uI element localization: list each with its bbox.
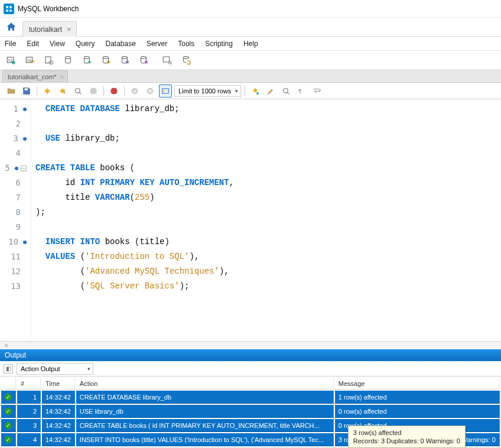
code-line[interactable]: VALUES ('Introduction to SQL'), — [35, 249, 234, 264]
connection-tab-close[interactable]: × — [67, 25, 71, 34]
menu-database[interactable]: Database — [106, 40, 136, 48]
home-button[interactable] — [2, 20, 20, 35]
titlebar: MySQL Workbench — [0, 0, 501, 18]
time-cell: 14:32:42 — [42, 433, 75, 446]
code-line[interactable]: INSERT INTO books (title) — [35, 235, 234, 249]
code-area[interactable]: CREATE DATABASE library_db; USE library_… — [31, 99, 239, 341]
app-icon — [4, 4, 14, 14]
svg-line-30 — [287, 92, 289, 94]
svg-point-24 — [132, 87, 138, 94]
find-icon[interactable] — [279, 85, 292, 98]
open-sql-icon[interactable]: SQL — [24, 54, 37, 67]
line-gutter: 12345−678910111213 — [0, 99, 31, 341]
time-cell: 14:32:42 — [42, 419, 75, 432]
svg-text:¶: ¶ — [299, 87, 302, 93]
connection-tab[interactable]: tutorialkart × — [22, 21, 77, 37]
connection-tab-label: tutorialkart — [29, 25, 62, 34]
svg-point-14 — [141, 56, 147, 59]
editor-tab[interactable]: tutorialkart_com* × — [2, 70, 68, 82]
status-cell: ✓ — [1, 433, 16, 446]
menu-scripting[interactable]: Scripting — [205, 40, 233, 48]
menu-help[interactable]: Help — [243, 40, 258, 48]
code-line[interactable] — [35, 220, 234, 235]
menu-server[interactable]: Server — [147, 40, 167, 48]
invisible-icon[interactable]: ¶ — [295, 85, 308, 98]
svg-point-9 — [88, 60, 91, 63]
output-type-label: Action Output — [21, 365, 60, 372]
execute-current-icon[interactable]: I — [56, 85, 69, 98]
output-row[interactable]: ✓114:32:42CREATE DATABASE library_db1 ro… — [1, 391, 500, 404]
menu-edit[interactable]: Edit — [27, 40, 39, 48]
view-icon[interactable] — [99, 54, 112, 67]
svg-point-10 — [103, 56, 109, 59]
code-line[interactable]: USE library_db; — [35, 131, 234, 146]
col-action[interactable]: Action — [76, 378, 334, 389]
limit-rows-label: Limit to 1000 rows — [178, 87, 231, 95]
editor-tab-label: tutorialkart_com* — [8, 73, 57, 80]
save-icon[interactable] — [20, 85, 33, 98]
col-message[interactable]: Message — [335, 378, 500, 389]
output-view-icon[interactable]: ◧ — [4, 364, 13, 374]
output-row[interactable]: ✓214:32:42USE library_db0 row(s) affecte… — [1, 405, 500, 418]
stop-icon[interactable] — [87, 85, 100, 98]
success-icon: ✓ — [5, 422, 12, 429]
line-number: 12 — [0, 264, 27, 279]
commit-icon[interactable] — [128, 85, 141, 98]
action-cell: CREATE DATABASE library_db — [76, 391, 334, 404]
col-time[interactable]: Time — [42, 378, 75, 389]
menu-file[interactable]: File — [5, 40, 16, 48]
new-sql-tab-icon[interactable]: SQL — [5, 54, 18, 67]
line-number: 11 — [0, 249, 27, 264]
code-line[interactable]: ); — [35, 205, 234, 220]
beautify-icon[interactable] — [249, 85, 262, 98]
message-cell: 0 row(s) affected — [335, 405, 500, 418]
sql-editor[interactable]: 12345−678910111213 CREATE DATABASE libra… — [0, 99, 501, 341]
code-line[interactable] — [35, 116, 234, 131]
menubar: File Edit View Query Database Server Too… — [0, 37, 501, 51]
horizontal-scrollbar[interactable]: < — [0, 341, 501, 349]
svg-point-12 — [122, 56, 128, 59]
execute-icon[interactable] — [41, 85, 54, 98]
message-cell: 1 row(s) affected — [335, 391, 500, 404]
output-header-row: # Time Action Message — [1, 378, 500, 389]
col-index[interactable]: # — [17, 378, 41, 389]
menu-view[interactable]: View — [50, 40, 65, 48]
output-title: Output — [5, 351, 26, 359]
code-line[interactable] — [35, 146, 234, 161]
brush-icon[interactable] — [264, 85, 277, 98]
code-line[interactable]: title VARCHAR(255) — [35, 190, 234, 205]
limit-rows-dropdown[interactable]: Limit to 1000 rows — [174, 85, 241, 97]
code-line[interactable]: CREATE TABLE books ( — [35, 161, 234, 176]
svg-point-6 — [50, 60, 53, 64]
success-icon: ✓ — [5, 408, 12, 415]
action-cell: USE library_db — [76, 405, 334, 418]
explain-icon[interactable] — [71, 85, 84, 98]
wrap-icon[interactable] — [310, 85, 323, 98]
code-line[interactable]: CREATE DATABASE library_db; — [35, 102, 234, 116]
stop-on-error-icon[interactable] — [108, 85, 121, 98]
menu-tools[interactable]: Tools — [178, 40, 194, 48]
line-number: 13 — [0, 279, 27, 294]
svg-rect-20 — [25, 88, 28, 90]
output-type-dropdown[interactable]: Action Output — [17, 363, 93, 375]
editor-tab-close[interactable]: × — [60, 73, 64, 80]
schema-icon[interactable] — [61, 54, 74, 67]
inspector-icon[interactable] — [43, 54, 56, 67]
open-file-icon[interactable] — [5, 85, 18, 98]
autocommit-icon[interactable] — [159, 85, 172, 98]
svg-point-19 — [184, 56, 189, 59]
editor-tab-row: tutorialkart_com* × — [0, 70, 501, 83]
table-icon[interactable] — [80, 54, 93, 67]
line-number: 9 — [0, 220, 27, 235]
code-line[interactable]: ('SQL Server Basics'); — [35, 279, 234, 294]
code-line[interactable]: id INT PRIMARY KEY AUTO_INCREMENT, — [35, 176, 234, 190]
code-line[interactable]: ('Advanced MySQL Techniques'), — [35, 264, 234, 279]
tooltip-line2: Records: 3 Duplicates: 0 Warnings: 0 — [353, 437, 460, 445]
reconnect-icon[interactable] — [180, 54, 193, 67]
proc-icon[interactable] — [118, 54, 131, 67]
menu-query[interactable]: Query — [76, 40, 95, 48]
search-table-icon[interactable] — [161, 54, 174, 67]
func-icon[interactable] — [137, 54, 150, 67]
rollback-icon[interactable] — [144, 85, 157, 98]
query-toolbar: I Limit to 1000 rows ¶ — [0, 83, 501, 99]
